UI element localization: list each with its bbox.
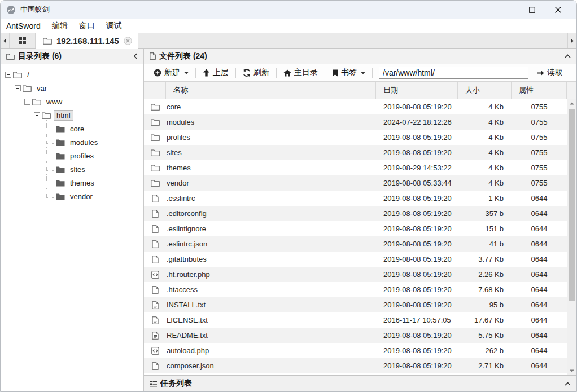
tree-node-label: / (25, 70, 32, 80)
file-date: 2019-08-08 05:19:20 (376, 236, 458, 252)
folder-filled-icon (56, 152, 65, 160)
tab-shell-session[interactable]: 192.168.111.145 (36, 33, 138, 49)
path-input[interactable] (379, 67, 528, 79)
table-row[interactable]: .gitattributes2019-08-08 05:19:203.77 Kb… (144, 252, 576, 267)
table-row[interactable]: vendor2019-08-08 05:33:444 Kb0755 (144, 175, 576, 191)
table-row[interactable]: .eslintrc.json2019-08-08 05:19:2041 b064… (144, 236, 576, 252)
table-row[interactable]: .csslintrc2019-08-08 05:19:201 Kb0644 (144, 191, 576, 206)
tree-node-themes[interactable]: themes (1, 176, 143, 190)
table-row[interactable]: sites2019-08-08 05:19:204 Kb0755 (144, 145, 576, 160)
up-directory-button[interactable]: 上层 (198, 66, 234, 80)
expand-task-list-icon[interactable] (565, 382, 571, 386)
task-list-title: 任务列表 (160, 378, 192, 389)
tree-node-profiles[interactable]: profiles (1, 149, 143, 162)
tabs-scroll-right-icon[interactable] (567, 33, 576, 48)
tab-dashboard[interactable] (10, 33, 36, 48)
table-row[interactable]: LICENSE.txt2016-11-17 10:57:0517.67 Kb06… (144, 312, 576, 328)
collapse-file-panel-icon[interactable] (565, 54, 571, 58)
app-window: 中国蚁剑 AntSword编辑窗口调试 192.168.111.145 (0, 0, 577, 392)
column-header-size[interactable]: 大小 (458, 82, 512, 99)
table-row[interactable]: .eslintignore2019-08-08 05:19:20151 b064… (144, 221, 576, 236)
folder-icon (144, 130, 166, 145)
column-header-perm[interactable]: 属性 (512, 82, 567, 99)
file-date: 2019-08-29 14:53:22 (376, 160, 458, 175)
table-row[interactable]: .editorconfig2019-08-08 05:19:20357 b064… (144, 206, 576, 221)
file-icon (150, 52, 156, 60)
table-row[interactable]: profiles2019-08-08 05:19:204 Kb0755 (144, 130, 576, 145)
table-row[interactable]: .htaccess2019-08-08 05:19:207.68 Kb0644 (144, 282, 576, 297)
menu-item-antsword[interactable]: AntSword (5, 20, 46, 32)
table-row[interactable]: .ht.router.php2019-08-08 05:19:202.26 Kb… (144, 267, 576, 282)
tree-node-core[interactable]: core (1, 122, 143, 135)
tree-node-vendor[interactable]: vendor (1, 190, 143, 203)
tree-node-html[interactable]: html (1, 108, 143, 122)
file-date: 2019-08-08 05:19:20 (376, 282, 458, 297)
table-row[interactable]: themes2019-08-29 14:53:224 Kb0755 (144, 160, 576, 175)
directory-panel-title: 目录列表 (6) (18, 51, 62, 61)
file-icon (144, 358, 166, 373)
file-date: 2019-08-08 05:33:44 (376, 175, 458, 191)
table-row[interactable]: INSTALL.txt2019-08-08 05:19:2095 b0644 (144, 297, 576, 312)
scroll-up-icon[interactable] (567, 99, 576, 108)
file-table-body: core2019-08-08 05:19:204 Kb0755modules20… (144, 99, 576, 375)
file-name: profiles (166, 130, 376, 145)
tabbar-spacer (138, 33, 567, 48)
table-row[interactable]: core2019-08-08 05:19:204 Kb0755 (144, 99, 576, 114)
menu-item-1[interactable]: 编辑 (46, 20, 73, 32)
tree-collapse-icon[interactable] (34, 112, 40, 118)
tree-node-root[interactable]: / (1, 68, 143, 81)
vertical-scrollbar[interactable] (567, 99, 576, 375)
home-directory-button[interactable]: 主目录 (278, 66, 323, 80)
menu-item-2[interactable]: 窗口 (73, 20, 100, 32)
maximize-button[interactable] (519, 1, 545, 18)
table-row[interactable]: composer.json2019-08-08 05:19:202.71 Kb0… (144, 358, 576, 373)
tree-node-label: www (44, 97, 64, 107)
tree-collapse-icon[interactable] (24, 99, 30, 105)
read-button[interactable]: 读取 (532, 66, 568, 80)
scroll-down-icon[interactable] (567, 367, 576, 375)
collapse-sidebar-icon[interactable] (133, 53, 138, 59)
column-header-icon[interactable] (144, 82, 166, 99)
tab-close-icon[interactable] (124, 37, 132, 45)
file-date: 2019-08-08 05:19:20 (376, 328, 458, 343)
file-size: 1 Kb (458, 191, 512, 206)
tree-node-modules[interactable]: modules (1, 135, 143, 149)
minimize-button[interactable] (493, 1, 519, 18)
refresh-button[interactable]: 刷新 (238, 66, 274, 80)
table-row[interactable]: autoload.php2019-08-08 05:19:20262 b0644 (144, 343, 576, 358)
task-list-bar[interactable]: 任务列表 (144, 375, 576, 391)
tree-collapse-icon[interactable] (15, 85, 21, 91)
tab-label: 192.168.111.145 (56, 36, 119, 46)
file-size: 7.68 Kb (458, 282, 512, 297)
tree-node-label: modules (68, 138, 100, 147)
file-size: 5.75 Kb (458, 328, 512, 343)
menu-item-3[interactable]: 调试 (100, 20, 128, 32)
file-date: 2019-08-08 05:19:20 (376, 206, 458, 221)
file-permissions: 0644 (512, 191, 567, 206)
file-permissions: 0644 (512, 312, 567, 328)
refresh-button-label: 刷新 (253, 68, 269, 78)
tabs-scroll-left-icon[interactable] (1, 33, 10, 48)
column-header-date[interactable]: 日期 (376, 82, 458, 99)
table-row[interactable]: modules2024-07-22 18:12:264 Kb0755 (144, 114, 576, 130)
table-row[interactable]: README.txt2019-08-08 05:19:205.75 Kb0644 (144, 328, 576, 343)
antsword-logo-icon (6, 5, 16, 15)
new-button[interactable]: 新建 (148, 66, 194, 80)
scrollbar-track[interactable] (567, 108, 576, 367)
file-table-header: 名称 日期 大小 属性 (144, 82, 576, 99)
file-size: 262 b (458, 343, 512, 358)
scrollbar-thumb[interactable] (569, 109, 575, 301)
file-date: 2019-08-08 05:19:20 (376, 252, 458, 267)
tree-node-label: sites (68, 165, 88, 174)
file-size: 4 Kb (458, 114, 512, 130)
tree-node-sites[interactable]: sites (1, 162, 143, 176)
tree-node-var[interactable]: var (1, 81, 143, 95)
column-header-name[interactable]: 名称 (166, 82, 376, 99)
file-icon (144, 252, 166, 267)
folder-icon (6, 53, 15, 60)
file-size: 95 b (458, 297, 512, 312)
tree-collapse-icon[interactable] (5, 72, 11, 78)
bookmark-button[interactable]: 书签 (327, 66, 370, 80)
tree-node-www[interactable]: www (1, 95, 143, 108)
close-button[interactable] (545, 1, 571, 18)
